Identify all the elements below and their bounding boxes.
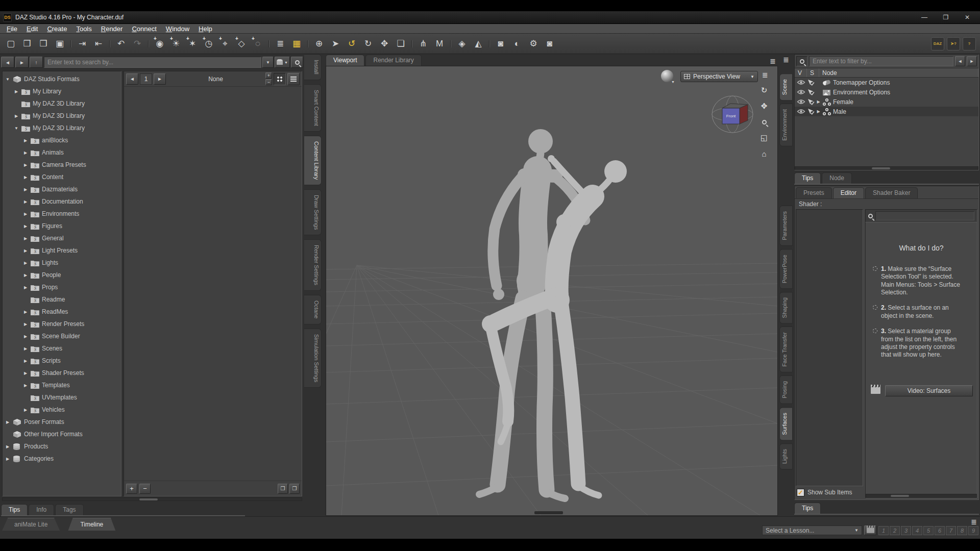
tree-item[interactable]: S Scene Builder — [3, 330, 121, 342]
tree-item[interactable]: S Content — [3, 171, 121, 183]
scene-node-row[interactable]: ▶ Environment Options — [795, 87, 978, 97]
tips-node-tab[interactable]: Node — [822, 172, 852, 184]
tree-item[interactable]: S Figures — [3, 220, 121, 232]
rotate-tool-icon[interactable]: ↺ — [344, 36, 359, 52]
joint-editor-icon[interactable]: ⋔ — [415, 36, 431, 52]
remove-item-button[interactable]: − — [139, 484, 151, 494]
scene-filter-input[interactable] — [809, 56, 953, 66]
scrollbar-handle[interactable] — [891, 495, 909, 497]
maximize-button[interactable]: ❐ — [940, 14, 951, 21]
expand-arrow-icon[interactable] — [23, 261, 28, 265]
new-camera-icon[interactable]: ◉ — [152, 36, 167, 52]
surface-selection-tool-icon[interactable]: ◈ — [454, 36, 470, 52]
redo-icon[interactable]: ↷ — [130, 36, 145, 52]
expand-arrow-icon[interactable] — [23, 371, 28, 375]
page-back-button[interactable]: ◄ — [126, 73, 138, 85]
filter-prev-button[interactable]: ◄ — [955, 56, 965, 66]
tree-item[interactable]: S aniBlocks — [3, 134, 121, 146]
expand-arrow-icon[interactable] — [14, 126, 19, 131]
pane-tab[interactable]: Content Library — [304, 136, 322, 185]
visibility-eye-icon[interactable] — [797, 109, 805, 114]
pane-tab[interactable]: Surfaces — [779, 407, 793, 440]
pane-tab[interactable]: Posing — [779, 375, 793, 404]
expand-arrow-icon[interactable]: ▶ — [816, 99, 821, 104]
surface-list[interactable] — [796, 209, 863, 486]
help-button[interactable]: ? — [963, 37, 976, 51]
expand-arrow-icon[interactable] — [14, 114, 19, 118]
expand-arrow-icon[interactable] — [23, 322, 28, 327]
selectable-pointer-icon[interactable] — [807, 89, 815, 95]
database-filter-button[interactable]: ▼ — [275, 57, 290, 68]
surfaces-tab[interactable]: Presets — [796, 187, 832, 198]
lesson-select-dropdown[interactable]: Select a Lesson... ▼ — [762, 525, 862, 535]
tree-item[interactable]: S Dazmaterials — [3, 183, 121, 195]
open-file-icon[interactable]: ❒ — [19, 36, 35, 52]
expand-arrow-icon[interactable] — [23, 359, 28, 363]
column-selectability[interactable]: S — [807, 68, 819, 77]
tree-item[interactable]: S UVtemplates — [3, 391, 121, 404]
minimize-button[interactable]: — — [919, 14, 930, 21]
tree-item[interactable]: S Environments — [3, 208, 121, 220]
expand-arrow-icon[interactable] — [14, 89, 19, 94]
snapshot-icon[interactable]: ◙ — [542, 36, 557, 52]
tree-item[interactable]: S Documentation — [3, 195, 121, 208]
scene-horizontal-scrollbar[interactable] — [795, 166, 978, 170]
scene-navigator-icon[interactable]: ≣ — [273, 36, 288, 52]
pane-tab[interactable]: Install — [304, 54, 322, 80]
property-search-input[interactable] — [875, 211, 974, 220]
selectable-pointer-icon[interactable] — [807, 108, 815, 115]
expand-arrow-icon[interactable] — [23, 248, 28, 253]
expand-arrow-icon[interactable] — [5, 77, 10, 82]
render-settings-icon[interactable]: ⚙ — [526, 36, 541, 52]
visibility-eye-icon[interactable] — [797, 89, 805, 95]
page-forward-button[interactable]: ► — [154, 73, 166, 85]
viewport-scroll-nub[interactable] — [534, 511, 563, 514]
expand-arrow-icon[interactable] — [23, 187, 28, 192]
column-visibility[interactable]: V — [795, 68, 807, 77]
expand-arrow-icon[interactable] — [23, 175, 28, 180]
tree-item[interactable]: S Other Import Formats — [3, 428, 121, 440]
viewport[interactable]: ▼ Perspective View ▼ ≣ Front ↻ ✥ ◱ ⌂ — [326, 66, 778, 516]
save-file-icon[interactable]: ▣ — [52, 36, 67, 52]
viewport-tab[interactable]: Render Library — [365, 55, 421, 66]
pane-tab[interactable]: Simulation Settings — [304, 329, 322, 388]
filter-magnifier-button[interactable] — [796, 56, 807, 66]
tree-item[interactable]: S Animals — [3, 146, 121, 159]
tree-item[interactable]: S My DAZ 3D Library — [3, 97, 121, 110]
universal-tool-icon[interactable]: ⊕ — [311, 36, 327, 52]
whats-this-button[interactable]: ➤? — [947, 37, 960, 51]
tree-item[interactable]: S Poser Formats — [3, 416, 121, 428]
expand-arrow-icon[interactable] — [23, 151, 28, 155]
new-distant-light-icon[interactable]: ☀ — [168, 36, 184, 52]
expand-arrow-icon[interactable] — [5, 457, 10, 461]
thumb-size-minus-button[interactable]: − — [265, 79, 272, 85]
scene-node-row[interactable]: ▶ Female — [795, 97, 978, 107]
pane-tab[interactable]: PowerPose — [779, 249, 793, 289]
search-history-button[interactable]: ▼ — [262, 57, 274, 68]
expand-arrow-icon[interactable]: ▶ — [816, 109, 821, 114]
tree-item[interactable]: S People — [3, 269, 121, 281]
home-icon[interactable]: ⌂ — [758, 148, 770, 159]
tree-item[interactable]: S General — [3, 232, 121, 244]
expand-arrow-icon[interactable] — [23, 224, 28, 229]
pane-tab[interactable]: Smart Content — [304, 84, 322, 132]
viewport-pane-menu-icon[interactable]: ≣ — [770, 58, 779, 65]
menu-item[interactable]: Tools — [71, 24, 96, 33]
expand-arrow-icon[interactable] — [23, 212, 28, 216]
expand-arrow-icon[interactable] — [23, 408, 28, 412]
expand-arrow-icon[interactable] — [23, 163, 28, 167]
show-sub-items-checkbox[interactable] — [797, 489, 804, 496]
menu-item[interactable]: Create — [42, 24, 71, 33]
draw-grid-icon[interactable]: ▦ — [289, 36, 304, 52]
tree-item[interactable]: S DAZ Studio Formats — [3, 73, 121, 85]
menu-item[interactable]: Edit — [22, 24, 42, 33]
pane-tab[interactable]: Octane — [304, 295, 322, 324]
lesson-number-button[interactable]: 8 — [957, 526, 967, 535]
thumb-size-plus-button[interactable]: + — [265, 72, 272, 79]
expand-arrow-icon[interactable] — [23, 138, 28, 143]
pan-icon[interactable]: ✥ — [758, 101, 770, 112]
scrollbar-handle[interactable] — [872, 167, 890, 169]
undo-icon[interactable]: ↶ — [113, 36, 129, 52]
expand-arrow-icon[interactable] — [23, 199, 28, 204]
new-primitive-icon[interactable]: ◇ — [234, 36, 249, 52]
